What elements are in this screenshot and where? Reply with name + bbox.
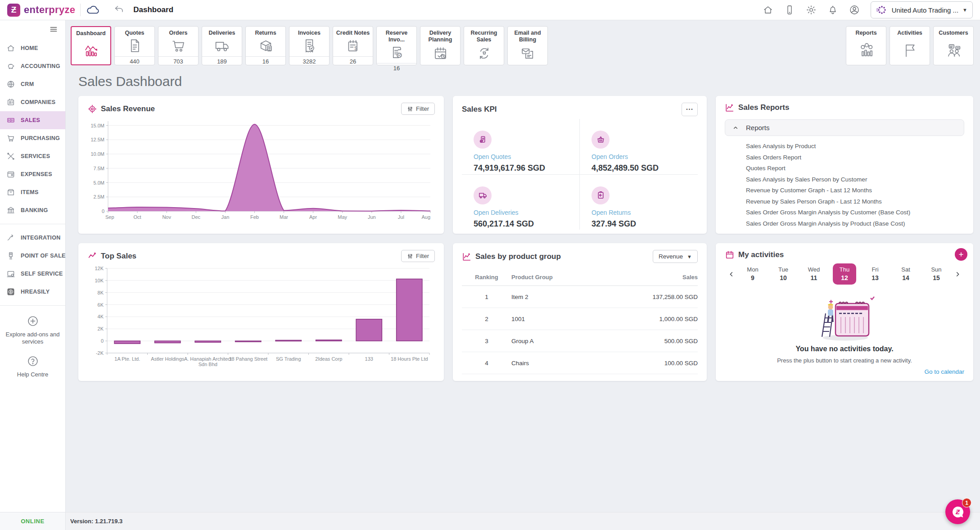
svg-text:15.0M: 15.0M (90, 123, 104, 128)
kpi-label[interactable]: Open Quotes (474, 153, 579, 160)
sidebar-item-services[interactable]: SERVICES (0, 147, 65, 165)
sidebar-item-sales[interactable]: SALES (0, 111, 65, 129)
day-wed[interactable]: Wed11 (799, 263, 829, 285)
sidebar-footer-explore-add-ons-and-services[interactable]: Explore add-ons and services (0, 315, 65, 346)
hamburger-menu-icon[interactable] (0, 20, 65, 39)
trend-zigzag-icon (87, 251, 97, 261)
tab-activities[interactable]: Activities (890, 26, 930, 65)
tab-deliveries[interactable]: Deliveries189 (202, 26, 242, 65)
company-name: United Auto Trading ... (892, 6, 958, 14)
reports-accordion[interactable]: Reports (725, 119, 964, 136)
company-selector[interactable]: United Auto Trading ... ▼ (871, 1, 973, 18)
go-to-calendar-link[interactable]: Go to calendar (924, 368, 964, 375)
cell-product-group: Item 2 (511, 286, 600, 308)
report-link-sales-order-gross-margin-analysis-by-pro[interactable]: Sales Order Gross Margin Analysis by Pro… (746, 220, 964, 227)
card-title: My activities (738, 250, 784, 259)
cell-sales: 500.00 SGD (600, 330, 698, 352)
report-link-sales-order-gross-margin-analysis-by-cus[interactable]: Sales Order Gross Margin Analysis by Cus… (746, 209, 964, 216)
tab-orders[interactable]: Orders703 (158, 26, 199, 65)
kpi-label[interactable]: Open Orders (592, 153, 698, 160)
report-link-sales-analysis-by-product[interactable]: Sales Analysis by Product (746, 143, 964, 149)
day-sat[interactable]: Sat14 (890, 263, 921, 285)
tab-invoices[interactable]: Invoices3282 (289, 26, 330, 65)
table-row[interactable]: 1Item 2137,258.00 SGD (462, 286, 698, 308)
item-box-icon (6, 188, 15, 197)
day-name: Sun (925, 266, 948, 273)
revenue-dropdown[interactable]: Revenue ▼ (653, 250, 698, 263)
chart-line-icon (725, 103, 735, 113)
tab-label: Quotes (115, 27, 154, 36)
table-row[interactable]: 3Group A500.00 SGD (462, 330, 698, 352)
sidebar-item-home[interactable]: HOME (0, 39, 65, 57)
tab-count: 16 (377, 63, 416, 73)
sidebar-item-point-of-sale[interactable]: POINT OF SALE (0, 247, 65, 265)
id-card-icon (6, 98, 15, 107)
kpi-label[interactable]: Open Returns (592, 209, 698, 216)
sidebar-item-companies[interactable]: COMPANIES (0, 93, 65, 111)
chevron-left-icon[interactable] (726, 271, 737, 278)
home-icon[interactable] (763, 5, 773, 15)
day-thu[interactable]: Thu12 (829, 263, 860, 285)
report-link-sales-analysis-by-sales-person-by-custom[interactable]: Sales Analysis by Sales Person by Custom… (746, 176, 964, 183)
sidebar-footer-help-centre[interactable]: Help Centre (0, 355, 65, 378)
reserve-invoice-icon: R (377, 43, 416, 63)
sidebar-item-items[interactable]: ITEMS (0, 183, 65, 201)
sidebar-item-purchasing[interactable]: PURCHASING (0, 129, 65, 147)
tab-quotes[interactable]: Quotes440 (114, 26, 155, 65)
day-name: Tue (772, 266, 795, 273)
table-row[interactable]: 4Chairs100.00 SGD (462, 352, 698, 374)
open-returns-icon (592, 186, 610, 204)
account-user-icon[interactable] (849, 5, 860, 15)
notifications-bell-icon[interactable] (827, 5, 838, 15)
my-activities-card: My activities Mon9Tue10Wed11Thu12Fri13Sa… (716, 243, 973, 381)
report-link-quotes-report[interactable]: Quotes Report (746, 165, 964, 172)
tab-email-and-billing[interactable]: Email and Billing (507, 26, 548, 65)
page-title: Dashboard (133, 5, 173, 14)
sidebar-item-self-service[interactable]: SELF SERVICE (0, 265, 65, 283)
sidebar-item-crm[interactable]: CRM (0, 75, 65, 93)
mobile-icon[interactable] (784, 5, 795, 15)
tab-dashboard[interactable]: Dashboard (71, 26, 111, 65)
version-label: Version: 1.21.719.3 (70, 518, 122, 525)
sidebar-item-accounting[interactable]: ACCOUNTING (0, 57, 65, 75)
report-link-revenue-by-sales-person-graph-last-12-mo[interactable]: Revenue by Sales Person Graph - Last 12 … (746, 198, 964, 205)
day-mon[interactable]: Mon9 (737, 263, 768, 285)
tab-customers[interactable]: Customers (933, 26, 974, 65)
svg-text:133: 133 (365, 356, 373, 362)
report-link-revenue-by-customer-graph-last-12-months[interactable]: Revenue by Customer Graph - Last 12 Mont… (746, 187, 964, 194)
tab-credit-notes[interactable]: Credit Notes$26 (333, 26, 373, 65)
back-arrow-icon[interactable] (113, 5, 124, 15)
open-quotes-icon (474, 131, 492, 149)
svg-text:Jun: Jun (368, 214, 376, 220)
tab-count: 16 (246, 56, 285, 67)
report-link-sales-orders-report[interactable]: Sales Orders Report (746, 154, 964, 161)
more-options-button[interactable]: ... (682, 103, 698, 116)
filter-button[interactable]: Filter (401, 103, 435, 115)
sidebar-item-integration[interactable]: INTEGRATION (0, 229, 65, 247)
sidebar-item-hreasily[interactable]: HREASILY (0, 283, 65, 301)
svg-text:7.5M: 7.5M (94, 166, 104, 171)
tab-delivery-planning[interactable]: Delivery Planning (420, 26, 461, 65)
delivery-planning-icon (420, 43, 460, 65)
filter-button[interactable]: Filter (401, 250, 435, 262)
table-row[interactable]: 210011,000.00 SGD (462, 308, 698, 330)
svg-text:4K: 4K (98, 314, 104, 319)
add-activity-button[interactable] (955, 248, 967, 261)
chevron-right-icon[interactable] (952, 271, 963, 278)
invoice-check-icon (289, 36, 329, 56)
tab-returns[interactable]: Returns16 (245, 26, 286, 65)
day-fri[interactable]: Fri13 (860, 263, 890, 285)
tab-reports[interactable]: Reports (846, 26, 886, 65)
tab-recurring-sales[interactable]: Recurring Sales (464, 26, 504, 65)
day-sun[interactable]: Sun15 (921, 263, 952, 285)
enterpryze-logo-icon[interactable]: Ƶ (7, 4, 20, 17)
tab-reserve-invo[interactable]: Reserve Invo...R16 (376, 26, 417, 65)
settings-gear-icon[interactable] (806, 5, 817, 15)
day-tue[interactable]: Tue10 (768, 263, 799, 285)
day-number: 9 (741, 274, 764, 281)
notification-count-badge: 1 (962, 498, 971, 507)
kpi-label[interactable]: Open Deliveries (474, 209, 579, 216)
chat-bubble-button[interactable]: Ƶ 1 (945, 499, 970, 524)
sidebar-item-banking[interactable]: BANKING (0, 201, 65, 219)
sidebar-item-expenses[interactable]: EXPENSES (0, 165, 65, 183)
